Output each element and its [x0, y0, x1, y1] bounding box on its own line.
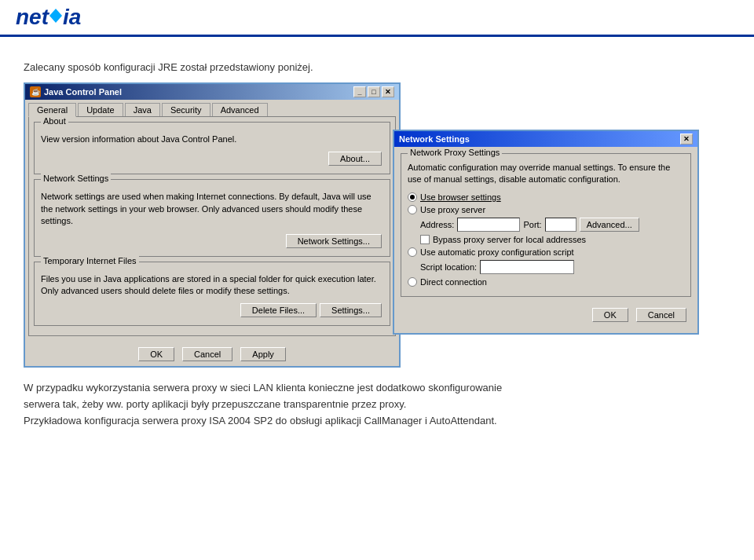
- ns-content: Network Proxy Settings Automatic configu…: [394, 147, 697, 333]
- close-button[interactable]: ✕: [382, 86, 394, 97]
- network-section-title: Network Settings: [41, 174, 111, 183]
- about-button[interactable]: About...: [328, 152, 382, 166]
- about-section: About View version information about Jav…: [34, 122, 390, 174]
- logo-container: net ia: [0, 0, 754, 37]
- restore-button[interactable]: □: [368, 86, 380, 97]
- about-btn-row: About...: [41, 148, 383, 167]
- ns-close-button[interactable]: ✕: [680, 134, 693, 145]
- radio-auto-proxy-btn[interactable]: [408, 247, 417, 257]
- radio-direct-label: Direct connection: [420, 277, 487, 287]
- jcp-title-text: Java Control Panel: [44, 87, 122, 97]
- tab-java[interactable]: Java: [125, 103, 160, 116]
- script-location-row: Script location:: [420, 260, 684, 274]
- settings-button[interactable]: Settings...: [320, 303, 382, 317]
- ns-bottom-buttons: OK Cancel: [401, 302, 691, 327]
- logo-diamond-icon: [49, 9, 62, 23]
- logo-text-net: net: [16, 5, 49, 30]
- radio-proxy-btn[interactable]: [408, 205, 417, 214]
- port-label: Port:: [523, 220, 541, 229]
- tab-general[interactable]: General: [28, 103, 76, 117]
- tab-security[interactable]: Security: [162, 103, 210, 116]
- network-btn-row: Network Settings...: [41, 231, 383, 250]
- ok-button[interactable]: OK: [138, 347, 174, 361]
- ns-cancel-button[interactable]: Cancel: [636, 308, 686, 322]
- address-label: Address:: [420, 220, 454, 229]
- tab-update[interactable]: Update: [78, 103, 123, 116]
- delete-files-button[interactable]: Delete Files...: [240, 303, 317, 317]
- minimize-button[interactable]: _: [353, 86, 366, 97]
- bypass-checkbox[interactable]: [420, 235, 430, 244]
- bypass-label: Bypass proxy server for local addresses: [433, 235, 586, 244]
- jcp-window: ☕ Java Control Panel _ □ ✕ General Updat…: [24, 82, 401, 368]
- radio-direct-btn[interactable]: [408, 277, 417, 287]
- cancel-button[interactable]: Cancel: [182, 347, 232, 361]
- ns-title-text: Network Settings: [399, 134, 470, 144]
- about-section-title: About: [41, 116, 68, 126]
- radio-proxy-label: Use proxy server: [420, 205, 485, 214]
- netia-logo: net ia: [16, 5, 81, 30]
- temp-section-title: Temporary Internet Files: [41, 256, 139, 265]
- bottom-line1: W przypadku wykorzystania serwera proxy …: [24, 380, 730, 397]
- ns-win-buttons[interactable]: ✕: [680, 134, 693, 145]
- script-input[interactable]: [480, 260, 574, 274]
- about-section-text: View version information about Java Cont…: [41, 134, 383, 145]
- jcp-titlebar-left: ☕ Java Control Panel: [30, 86, 122, 97]
- apply-button[interactable]: Apply: [240, 347, 286, 361]
- logo-text-ia: ia: [63, 5, 81, 30]
- advanced-button[interactable]: Advanced...: [580, 218, 639, 232]
- bypass-checkbox-row: Bypass proxy server for local addresses: [420, 235, 684, 244]
- network-settings-window: Network Settings ✕ Network Proxy Setting…: [393, 130, 699, 335]
- bottom-text: W przypadku wykorzystania serwera proxy …: [24, 380, 730, 429]
- radio-auto-proxy[interactable]: Use automatic proxy configuration script: [408, 247, 684, 257]
- ns-ok-button[interactable]: OK: [592, 308, 628, 322]
- jcp-bottom-buttons: OK Cancel Apply: [25, 339, 399, 366]
- port-input[interactable]: [545, 218, 576, 232]
- radio-browser-btn[interactable]: [408, 192, 417, 202]
- tab-advanced[interactable]: Advanced: [212, 103, 268, 116]
- network-section: Network Settings Network settings are us…: [34, 179, 390, 256]
- jcp-tabs: General Update Java Security Advanced: [25, 100, 399, 116]
- temp-btn-row: Delete Files... Settings...: [41, 300, 383, 319]
- jcp-titlebar: ☕ Java Control Panel _ □ ✕: [25, 84, 399, 100]
- bottom-line2: serwera tak, żeby ww. porty aplikacji by…: [24, 397, 730, 413]
- temp-section-text: Files you use in Java applications are s…: [41, 273, 383, 298]
- radio-use-proxy[interactable]: Use proxy server: [408, 205, 684, 214]
- proxy-section-desc: Automatic configuration may override man…: [408, 162, 684, 186]
- address-input[interactable]: [457, 218, 520, 232]
- java-icon: ☕: [30, 86, 41, 97]
- intro-text: Zalecany sposób konfiguracji JRE został …: [24, 61, 730, 73]
- radio-direct[interactable]: Direct connection: [408, 277, 684, 287]
- proxy-section-title: Network Proxy Settings: [408, 148, 502, 157]
- bottom-line3: Przykładowa konfiguracja serwera proxy I…: [24, 413, 730, 430]
- network-section-text: Network settings are used when making In…: [41, 191, 383, 227]
- network-settings-button[interactable]: Network Settings...: [286, 234, 382, 248]
- radio-auto-proxy-label: Use automatic proxy configuration script: [420, 247, 574, 257]
- radio-use-browser[interactable]: Use browser settings: [408, 192, 684, 202]
- address-port-row: Address: Port: Advanced...: [420, 218, 684, 232]
- radio-dot: [410, 195, 415, 199]
- main-content: Zalecany sposób konfiguracji JRE został …: [0, 49, 754, 441]
- screenshots-row: ☕ Java Control Panel _ □ ✕ General Updat…: [24, 82, 730, 368]
- jcp-win-buttons[interactable]: _ □ ✕: [353, 86, 394, 97]
- ns-titlebar: Network Settings ✕: [394, 131, 697, 147]
- radio-browser-label: Use browser settings: [420, 192, 501, 202]
- temp-files-section: Temporary Internet Files Files you use i…: [34, 262, 390, 327]
- svg-marker-0: [49, 9, 62, 23]
- script-label: Script location:: [420, 262, 477, 272]
- proxy-section: Network Proxy Settings Automatic configu…: [401, 153, 691, 297]
- jcp-content: About View version information about Jav…: [28, 116, 396, 336]
